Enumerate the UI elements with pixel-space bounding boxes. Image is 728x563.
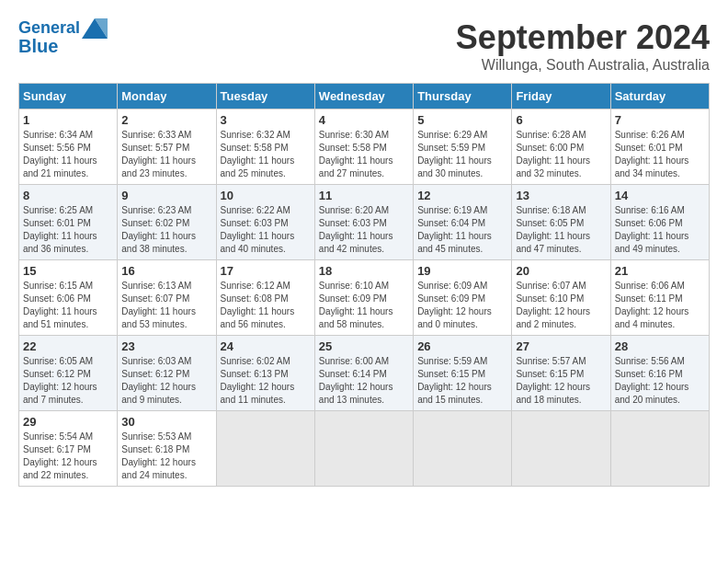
table-row [216,411,314,487]
day-number: 23 [121,339,211,353]
table-row: 1Sunrise: 6:34 AMSunset: 5:56 PMDaylight… [19,109,118,185]
table-row: 4Sunrise: 6:30 AMSunset: 5:58 PMDaylight… [314,109,413,185]
table-row: 18Sunrise: 6:10 AMSunset: 6:09 PMDayligh… [314,260,413,336]
table-row: 8Sunrise: 6:25 AMSunset: 6:01 PMDaylight… [19,185,118,260]
calendar-week-row: 22Sunrise: 6:05 AMSunset: 6:12 PMDayligh… [19,336,710,411]
table-row: 19Sunrise: 6:09 AMSunset: 6:09 PMDayligh… [414,260,512,336]
table-row: 14Sunrise: 6:16 AMSunset: 6:06 PMDayligh… [610,185,709,260]
calendar-week-row: 1Sunrise: 6:34 AMSunset: 5:56 PMDaylight… [19,109,710,185]
day-number: 29 [23,415,113,429]
table-row: 23Sunrise: 6:03 AMSunset: 6:12 PMDayligh… [118,336,216,411]
day-number: 8 [23,189,113,202]
table-row: 15Sunrise: 6:15 AMSunset: 6:06 PMDayligh… [19,260,118,336]
table-row: 5Sunrise: 6:29 AMSunset: 5:59 PMDaylight… [414,109,512,185]
day-info: Sunrise: 6:30 AMSunset: 5:58 PMDaylight:… [319,129,409,180]
day-info: Sunrise: 6:22 AMSunset: 6:03 PMDaylight:… [221,204,311,256]
calendar-week-row: 15Sunrise: 6:15 AMSunset: 6:06 PMDayligh… [19,260,710,336]
day-info: Sunrise: 6:29 AMSunset: 5:59 PMDaylight:… [417,129,507,180]
day-info: Sunrise: 6:06 AMSunset: 6:11 PMDaylight:… [615,280,705,331]
table-row: 25Sunrise: 6:00 AMSunset: 6:14 PMDayligh… [314,336,413,411]
day-number: 24 [221,339,311,353]
day-number: 27 [516,339,606,353]
day-number: 25 [319,339,409,353]
table-row: 30Sunrise: 5:53 AMSunset: 6:18 PMDayligh… [118,411,216,487]
day-number: 6 [516,113,606,127]
day-info: Sunrise: 6:12 AMSunset: 6:08 PMDaylight:… [221,280,311,331]
table-row [414,411,512,487]
day-number: 1 [23,113,113,127]
day-info: Sunrise: 5:57 AMSunset: 6:15 PMDaylight:… [516,355,606,407]
day-number: 11 [319,189,409,202]
table-row: 21Sunrise: 6:06 AMSunset: 6:11 PMDayligh… [610,260,709,336]
day-number: 20 [516,264,606,278]
table-row [314,411,413,487]
table-row: 28Sunrise: 5:56 AMSunset: 6:16 PMDayligh… [610,336,709,411]
logo-text-blue: Blue [18,35,58,57]
header-monday: Monday [118,84,216,109]
calendar-week-row: 8Sunrise: 6:25 AMSunset: 6:01 PMDaylight… [19,185,710,260]
day-number: 21 [615,264,705,278]
logo: General Blue [18,18,113,57]
table-row: 13Sunrise: 6:18 AMSunset: 6:05 PMDayligh… [512,185,610,260]
day-number: 17 [221,264,311,278]
day-info: Sunrise: 6:20 AMSunset: 6:03 PMDaylight:… [319,204,409,256]
table-row: 11Sunrise: 6:20 AMSunset: 6:03 PMDayligh… [314,185,413,260]
day-info: Sunrise: 5:59 AMSunset: 6:15 PMDaylight:… [417,355,507,407]
table-row: 10Sunrise: 6:22 AMSunset: 6:03 PMDayligh… [216,185,314,260]
day-info: Sunrise: 6:33 AMSunset: 5:57 PMDaylight:… [121,129,211,180]
day-number: 3 [221,113,311,127]
day-number: 9 [121,189,211,202]
calendar-week-row: 29Sunrise: 5:54 AMSunset: 6:17 PMDayligh… [19,411,710,487]
logo-icon [82,18,108,39]
day-number: 13 [516,189,606,202]
day-number: 28 [615,339,705,353]
day-number: 30 [121,415,211,429]
header-wednesday: Wednesday [314,84,413,109]
day-number: 14 [615,189,705,202]
table-row: 12Sunrise: 6:19 AMSunset: 6:04 PMDayligh… [414,185,512,260]
header-friday: Friday [512,84,610,109]
day-number: 18 [319,264,409,278]
day-number: 22 [23,339,113,353]
day-info: Sunrise: 6:00 AMSunset: 6:14 PMDaylight:… [319,355,409,407]
table-row: 26Sunrise: 5:59 AMSunset: 6:15 PMDayligh… [414,336,512,411]
day-number: 10 [221,189,311,202]
weekday-header-row: Sunday Monday Tuesday Wednesday Thursday… [19,84,710,109]
day-info: Sunrise: 6:28 AMSunset: 6:00 PMDaylight:… [516,129,606,180]
table-row [512,411,610,487]
day-info: Sunrise: 6:03 AMSunset: 6:12 PMDaylight:… [121,355,211,407]
calendar-subtitle: Willunga, South Australia, Australia [456,57,710,74]
table-row: 6Sunrise: 6:28 AMSunset: 6:00 PMDaylight… [512,109,610,185]
day-number: 12 [417,189,507,202]
day-info: Sunrise: 5:56 AMSunset: 6:16 PMDaylight:… [615,355,705,407]
day-number: 2 [121,113,211,127]
day-info: Sunrise: 6:07 AMSunset: 6:10 PMDaylight:… [516,280,606,331]
table-row: 24Sunrise: 6:02 AMSunset: 6:13 PMDayligh… [216,336,314,411]
day-info: Sunrise: 6:09 AMSunset: 6:09 PMDaylight:… [417,280,507,331]
table-row: 9Sunrise: 6:23 AMSunset: 6:02 PMDaylight… [118,185,216,260]
page-header: General Blue September 2024 Willunga, So… [18,18,710,74]
day-info: Sunrise: 6:18 AMSunset: 6:05 PMDaylight:… [516,204,606,256]
header-tuesday: Tuesday [216,84,314,109]
table-row [610,411,709,487]
table-row: 3Sunrise: 6:32 AMSunset: 5:58 PMDaylight… [216,109,314,185]
day-info: Sunrise: 6:13 AMSunset: 6:07 PMDaylight:… [121,280,211,331]
day-number: 19 [417,264,507,278]
day-number: 4 [319,113,409,127]
table-row: 17Sunrise: 6:12 AMSunset: 6:08 PMDayligh… [216,260,314,336]
table-row: 16Sunrise: 6:13 AMSunset: 6:07 PMDayligh… [118,260,216,336]
header-thursday: Thursday [414,84,512,109]
day-number: 16 [121,264,211,278]
table-row: 29Sunrise: 5:54 AMSunset: 6:17 PMDayligh… [19,411,118,487]
day-number: 7 [615,113,705,127]
table-row: 20Sunrise: 6:07 AMSunset: 6:10 PMDayligh… [512,260,610,336]
day-info: Sunrise: 6:25 AMSunset: 6:01 PMDaylight:… [23,204,113,256]
day-info: Sunrise: 5:54 AMSunset: 6:17 PMDaylight:… [23,431,113,482]
day-info: Sunrise: 6:19 AMSunset: 6:04 PMDaylight:… [417,204,507,256]
header-saturday: Saturday [610,84,709,109]
table-row: 7Sunrise: 6:26 AMSunset: 6:01 PMDaylight… [610,109,709,185]
title-section: September 2024 Willunga, South Australia… [456,18,710,74]
day-info: Sunrise: 6:26 AMSunset: 6:01 PMDaylight:… [615,129,705,180]
day-number: 26 [417,339,507,353]
day-info: Sunrise: 6:32 AMSunset: 5:58 PMDaylight:… [221,129,311,180]
